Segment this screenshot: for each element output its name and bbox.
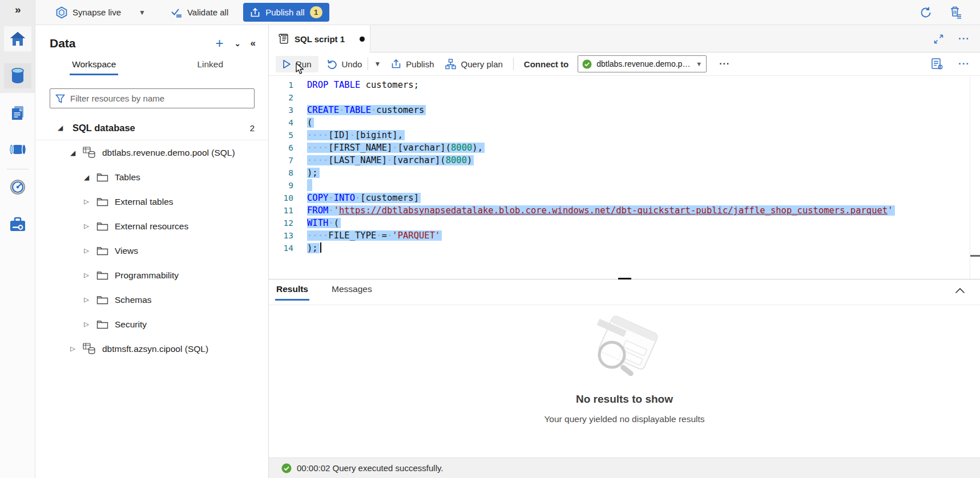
tab-linked[interactable]: Linked: [152, 59, 269, 79]
code-line-12[interactable]: 12WITH·(: [269, 217, 980, 229]
editor-scrollbar[interactable]: [970, 76, 970, 279]
publish-button[interactable]: Publish: [391, 59, 434, 69]
filter-resources-input[interactable]: Filter resources by name: [50, 88, 255, 108]
nav-integrate-button[interactable]: [4, 137, 31, 162]
main-work-area: SQL script 1 ··· Run: [269, 25, 980, 478]
tree-item-label: Programmability: [115, 270, 179, 281]
collapse-node-icon[interactable]: ◢: [69, 149, 76, 157]
publish-all-label: Publish all: [265, 7, 304, 17]
nav-monitor-button[interactable]: [4, 175, 31, 200]
integrate-icon: [9, 142, 27, 157]
collapse-node-icon[interactable]: ◢: [83, 173, 90, 181]
nav-data-button[interactable]: [4, 63, 31, 88]
tree-section-sql-database[interactable]: ◢ SQL database 2: [36, 116, 268, 140]
results-panel: Results Messages: [269, 279, 980, 457]
tab-workspace[interactable]: Workspace: [36, 59, 152, 79]
folder-icon: [96, 172, 108, 182]
folder-icon: [96, 221, 108, 231]
expand-node-icon[interactable]: ▷: [83, 198, 90, 205]
mode-selector[interactable]: Synapse live ▼: [56, 6, 146, 19]
code-line-5[interactable]: 5····[ID]·[bigint],: [269, 129, 980, 141]
tree-item-label: External tables: [115, 197, 174, 207]
tree-item[interactable]: ▷Security: [36, 312, 268, 337]
nav-manage-button[interactable]: [4, 212, 31, 237]
left-nav-rail: »: [0, 0, 35, 478]
tab-messages[interactable]: Messages: [330, 284, 373, 305]
line-number: 2: [269, 91, 293, 104]
line-number: 8: [269, 167, 293, 179]
refresh-icon[interactable]: [919, 6, 932, 19]
code-line-10[interactable]: 10COPY·INTO·[customers]: [269, 192, 980, 204]
no-results-illustration-icon: [582, 311, 667, 383]
collapse-panel-icon[interactable]: «: [251, 38, 255, 49]
undo-label: Undo: [342, 59, 362, 69]
folder-icon: [96, 319, 108, 329]
code-line-6[interactable]: 6····[FIRST_NAME]·[varchar](8000),: [269, 141, 980, 154]
tree-item[interactable]: ◢Tables: [36, 165, 268, 189]
expand-rail-icon[interactable]: »: [15, 3, 21, 16]
properties-icon[interactable]: [931, 58, 943, 70]
toolbar-more-icon[interactable]: ···: [719, 59, 730, 69]
validate-all-button[interactable]: Validate all: [171, 7, 228, 18]
chevron-down-icon: ▼: [139, 9, 146, 17]
line-number: 11: [269, 204, 293, 217]
home-icon: [9, 31, 26, 47]
mode-label: Synapse live: [72, 7, 121, 17]
code-line-8[interactable]: 8);: [269, 167, 980, 179]
code-line-3[interactable]: 3CREATE·TABLE·customers: [269, 104, 980, 116]
code-line-1[interactable]: 1DROP TABLE customers;: [269, 79, 980, 91]
code-line-14[interactable]: 14);: [269, 242, 980, 254]
expand-node-icon[interactable]: ▷: [83, 296, 90, 303]
folder-icon: [96, 270, 108, 280]
connect-to-pool-dropdown[interactable]: dbtlabs.revenue.demo.pool ▼: [578, 55, 707, 72]
tree-item[interactable]: ▷Programmability: [36, 263, 268, 287]
nav-home-button[interactable]: [4, 26, 31, 51]
code-line-7[interactable]: 7····[LAST_NAME]·[varchar](8000): [269, 154, 980, 167]
tab-more-actions-icon[interactable]: ···: [958, 33, 970, 44]
sql-pool-icon: [83, 147, 96, 159]
editor-more-actions-icon[interactable]: ···: [958, 58, 970, 70]
success-check-icon: [281, 463, 292, 473]
expand-node-icon[interactable]: ▷: [83, 321, 90, 328]
run-options-chevron-icon[interactable]: ▼: [374, 60, 381, 68]
line-number: 14: [269, 242, 293, 254]
expand-node-icon[interactable]: ▷: [83, 222, 90, 230]
tree-item[interactable]: ▷dbtmsft.azsyn.cipool (SQL): [36, 337, 268, 361]
sql-code-editor[interactable]: 1DROP TABLE customers;23CREATE·TABLE·cus…: [269, 76, 980, 279]
expand-node-icon[interactable]: ▷: [69, 345, 76, 353]
query-plan-button[interactable]: Query plan: [445, 59, 502, 70]
collapse-results-icon[interactable]: [955, 287, 965, 294]
code-line-4[interactable]: 4(: [269, 116, 980, 129]
code-line-13[interactable]: 13····FILE_TYPE·=·'PARQUET': [269, 229, 980, 242]
tree-item[interactable]: ◢dbtlabs.revenue.demo.pool (SQL): [36, 140, 268, 165]
tree-item[interactable]: ▷Views: [36, 238, 268, 263]
run-icon: [283, 59, 291, 69]
tree-item-label: Tables: [115, 172, 140, 183]
folder-icon: [96, 246, 108, 256]
collapse-section-icon[interactable]: ◢: [57, 124, 64, 132]
discard-all-icon[interactable]: [949, 6, 963, 19]
code-line-2[interactable]: 2: [269, 91, 980, 104]
tab-results[interactable]: Results: [275, 284, 309, 305]
pool-name: dbtlabs.revenue.demo.pool: [596, 59, 691, 68]
line-number: 4: [269, 116, 293, 129]
expand-editor-icon[interactable]: [934, 34, 943, 44]
add-resource-icon[interactable]: +: [216, 38, 224, 48]
no-results-empty-state: No results to show Your query yielded no…: [269, 311, 980, 424]
tree-item[interactable]: ▷External tables: [36, 189, 268, 214]
publish-all-button[interactable]: Publish all 1: [243, 3, 329, 22]
undo-button[interactable]: Undo: [326, 59, 362, 69]
double-chevron-down-icon[interactable]: ⌄: [235, 39, 240, 48]
connect-to-label: Connect to: [524, 59, 568, 69]
publish-label: Publish: [406, 59, 434, 69]
validate-icon: [171, 7, 183, 18]
expand-node-icon[interactable]: ▷: [83, 247, 90, 254]
tree-item[interactable]: ▷Schemas: [36, 287, 268, 312]
expand-node-icon[interactable]: ▷: [83, 272, 90, 279]
code-line-9[interactable]: 9: [269, 179, 980, 192]
tree-item[interactable]: ▷External resources: [36, 214, 268, 238]
code-line-11[interactable]: 11FROM·'https://dbtlabsynapsedatalake.bl…: [269, 204, 980, 217]
nav-develop-button[interactable]: [4, 100, 31, 125]
data-explorer-panel: Data + ⌄ « Workspace Linked Filter resou…: [36, 25, 269, 478]
tab-sql-script-1[interactable]: SQL script 1: [269, 25, 370, 52]
